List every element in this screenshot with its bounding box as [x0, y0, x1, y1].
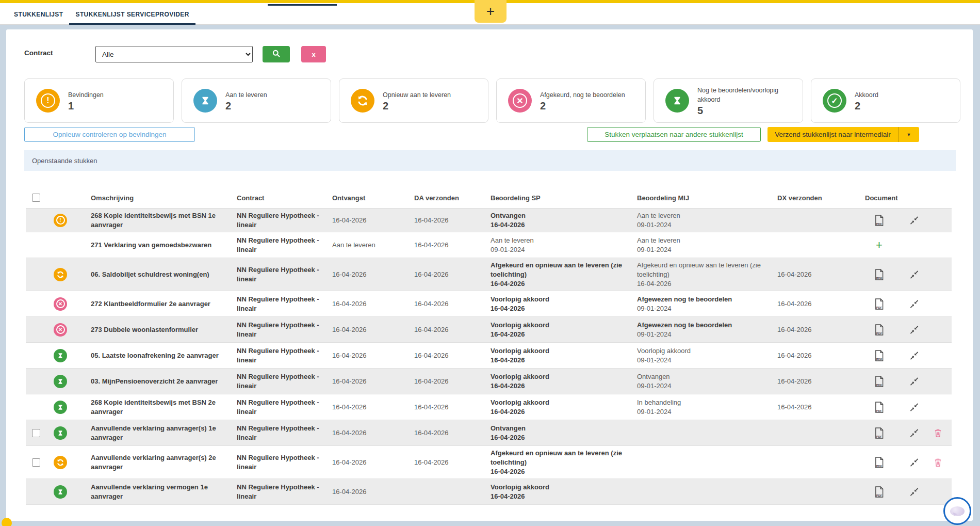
cell-ontvangst: 16-04-2026	[332, 428, 404, 438]
row-checkbox[interactable]	[32, 458, 40, 467]
cell-description: 272 Klantbeeldformulier 2e aanvrager	[91, 299, 238, 309]
card-label: Akkoord	[855, 91, 878, 99]
row-status-refresh-icon	[54, 456, 67, 469]
compress-icon[interactable]	[910, 351, 919, 360]
cell-description: 06. Saldobiljet schuldrest woning(en)	[91, 270, 238, 279]
header-beoordeling-sp: Beoordeling SP	[491, 194, 541, 201]
svg-text:PDF: PDF	[876, 222, 883, 226]
chat-button[interactable]	[943, 497, 971, 525]
cell-description: 03. MijnPensioenoverzicht 2e aanvrager	[91, 377, 238, 386]
pdf-icon[interactable]: PDF	[874, 456, 884, 468]
cell-ontvangst: Aan te leveren	[332, 241, 404, 250]
tab-stukkenlijst[interactable]: STUKKENLIJST	[8, 3, 69, 25]
compress-icon[interactable]	[910, 299, 919, 308]
status-card: ✓Akkoord2	[811, 78, 960, 123]
compress-icon[interactable]	[910, 216, 919, 225]
table-row: 06. Saldobiljet schuldrest woning(en)NN …	[26, 258, 952, 291]
tab-bar: STUKKENLIJSTSTUKKENLIJST SERVICEPROVIDER	[8, 3, 195, 25]
row-checkbox[interactable]	[32, 429, 40, 437]
svg-text:PDF: PDF	[876, 384, 883, 387]
cell-beoordeling-sp: Afgekeurd en opnieuw aan te leveren (zie…	[491, 449, 634, 476]
card-label: Bevindingen	[68, 91, 104, 99]
cell-dx-verzonden: 16-04-2026	[777, 403, 855, 412]
cell-ontvangst: 16-04-2026	[332, 377, 404, 386]
trash-icon[interactable]	[934, 428, 942, 438]
corner-widget[interactable]	[2, 518, 12, 526]
pdf-icon[interactable]: PDF	[874, 268, 884, 280]
compress-icon[interactable]	[910, 377, 919, 386]
cell-beoordeling-sp: Aan te leveren09-01-2024	[491, 236, 634, 254]
table-row: 03. MijnPensioenoverzicht 2e aanvragerNN…	[26, 369, 952, 394]
clear-button[interactable]: x	[301, 46, 326, 62]
svg-text:PDF: PDF	[876, 332, 883, 335]
plus-icon: +	[486, 3, 495, 19]
cell-da-verzonden: 16-04-2026	[414, 270, 486, 279]
table-row: 271 Verklaring van gemoedsbezwarenNN Reg…	[26, 232, 952, 258]
pdf-icon[interactable]: PDF	[874, 401, 884, 413]
cell-beoordeling-sp: Voorlopig akkoord16-04-2026	[491, 321, 634, 339]
compress-icon[interactable]	[910, 428, 919, 437]
compress-icon[interactable]	[910, 403, 919, 411]
compress-icon[interactable]	[910, 325, 919, 334]
move-documents-button[interactable]: Stukken verplaatsen naar andere stukkenl…	[587, 127, 761, 142]
hourglass-icon	[665, 89, 689, 113]
card-count: 2	[225, 100, 267, 111]
card-label: Opnieuw aan te leveren	[383, 91, 451, 99]
cell-beoordeling-sp: Ontvangen16-04-2026	[491, 211, 634, 230]
pdf-icon[interactable]: PDF	[874, 349, 884, 361]
page: + STUKKENLIJSTSTUKKENLIJST SERVICEPROVID…	[0, 0, 980, 526]
cell-beoordeling-mij: In behandeling09-01-2024	[637, 398, 772, 417]
select-all-checkbox[interactable]	[32, 194, 40, 202]
pdf-icon[interactable]: PDF	[874, 427, 884, 439]
svg-text:PDF: PDF	[876, 494, 883, 497]
search-button[interactable]	[263, 46, 290, 62]
cell-da-verzonden: 16-04-2026	[414, 458, 486, 467]
compress-icon[interactable]	[910, 458, 919, 467]
compress-icon[interactable]	[910, 270, 919, 279]
table-row: 05. Laatste loonafrekening 2e aanvragerN…	[26, 343, 952, 369]
compress-icon[interactable]	[910, 487, 919, 496]
pdf-icon[interactable]: PDF	[874, 324, 884, 336]
clear-x-icon: x	[312, 51, 315, 58]
status-cards: !Bevindingen1Aan te leveren2Opnieuw aan …	[24, 78, 956, 123]
caret-down-icon[interactable]: ▼	[898, 127, 919, 142]
tab-stukkenlijst-serviceprovider[interactable]: STUKKENLIJST SERVICEPROVIDER	[69, 3, 195, 25]
add-document-icon[interactable]: +	[876, 238, 883, 252]
refresh-icon	[351, 89, 374, 113]
row-status-cross-icon: ✕	[54, 323, 67, 337]
cell-beoordeling-mij: Voorlopig akkoord09-01-2024	[637, 346, 772, 365]
trash-icon[interactable]	[934, 457, 942, 467]
cell-dx-verzonden: 16-04-2026	[777, 325, 855, 334]
svg-text:PDF: PDF	[876, 277, 883, 280]
alert-icon: !	[36, 89, 60, 113]
table-row: Aanvullende verklaring vermogen 1e aanvr…	[26, 479, 952, 505]
recheck-findings-button[interactable]: Opnieuw controleren op bevindingen	[24, 127, 195, 142]
status-card: !Bevindingen1	[24, 78, 174, 123]
cell-ontvangst: 16-04-2026	[332, 216, 404, 225]
table-row: ✕272 Klantbeeldformulier 2e aanvragerNN …	[26, 291, 952, 317]
cell-description: Aanvullende verklaring aanvrager(s) 2e a…	[91, 453, 238, 472]
hourglass-icon	[193, 89, 217, 113]
pdf-icon[interactable]: PDF	[874, 298, 884, 310]
cell-da-verzonden: 16-04-2026	[414, 403, 486, 412]
contract-select[interactable]: Alle	[95, 46, 253, 62]
pdf-icon[interactable]: PDF	[874, 214, 884, 226]
cell-contract: NN Reguliere Hypotheek - lineair	[237, 346, 322, 365]
cell-beoordeling-sp: Voorlopig akkoord16-04-2026	[491, 398, 634, 417]
cell-contract: NN Reguliere Hypotheek - lineair	[237, 211, 322, 230]
pdf-icon[interactable]: PDF	[874, 375, 884, 387]
plus-button[interactable]: +	[475, 0, 507, 23]
row-status-refresh-icon	[54, 268, 67, 281]
row-status-hourglass-icon	[54, 349, 67, 362]
cell-ontvangst: 16-04-2026	[332, 458, 404, 467]
header-omschrijving: Omschrijving	[91, 194, 134, 201]
cell-ontvangst: 16-04-2026	[332, 403, 404, 412]
pdf-icon[interactable]: PDF	[874, 486, 884, 498]
send-to-intermediary-button[interactable]: Verzend stukkenlijst naar intermediair ▼	[767, 127, 919, 142]
search-icon	[271, 49, 281, 60]
cross-icon: ✕	[508, 89, 532, 113]
header-da-verzonden: DA verzonden	[414, 194, 459, 201]
row-status-hourglass-icon	[54, 401, 67, 414]
cell-description: Aanvullende verklaring vermogen 1e aanvr…	[91, 483, 238, 501]
cell-beoordeling-sp: Voorlopig akkoord16-04-2026	[491, 346, 634, 365]
